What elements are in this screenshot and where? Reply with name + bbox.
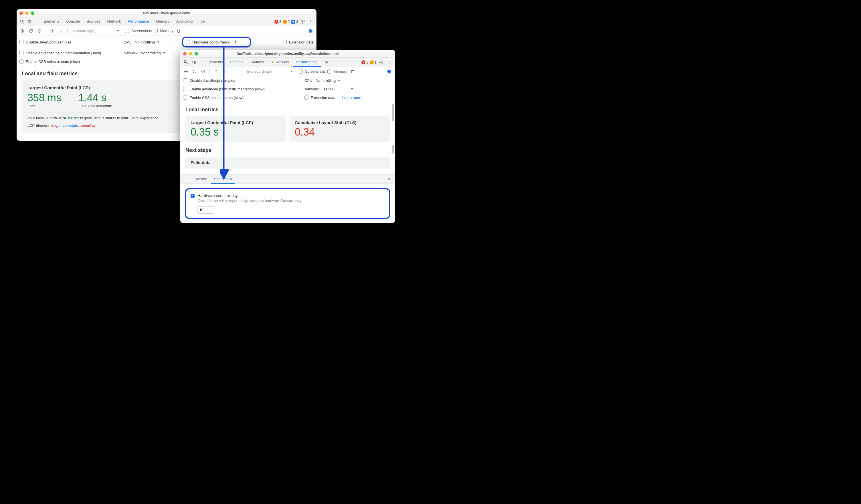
device-toggle-icon[interactable] [191,59,197,66]
svg-point-24 [186,180,186,181]
hardware-concurrency-checkbox[interactable]: Hardware concurrency [186,40,230,44]
recordings-dropdown[interactable]: (no recordings) [70,29,119,33]
field-data-heading: Field data [191,160,385,165]
svg-point-17 [389,63,390,64]
cls-card: Cumulative Layout Shift (CLS) 0.34 [290,116,390,142]
tab-network[interactable]: ▲Network [268,58,293,67]
reload-record-icon[interactable] [191,68,198,75]
hw-concurrency-checkbox[interactable] [191,194,194,198]
cpu-throttle-select[interactable]: CPU: No throttling [124,40,175,44]
sensors-hw-concurrency-highlight: Hardware concurrency Override the value … [185,188,390,219]
upload-icon[interactable] [49,27,56,34]
issue-badges[interactable]: ✕1 !1 [361,60,377,64]
record-icon[interactable] [182,68,189,75]
screenshots-checkbox[interactable]: Screenshots [299,69,326,73]
inspect-icon[interactable] [19,18,26,25]
disable-js-checkbox[interactable]: Disable JavaScript samples [19,40,117,44]
traffic-lights [183,52,198,56]
cpu-throttle-select[interactable]: CPU: No throttling [304,79,340,83]
extension-data-checkbox[interactable]: Extension data [304,96,336,100]
hardware-concurrency-input[interactable] [233,39,247,45]
tab-console[interactable]: Console [226,58,247,67]
download-icon [57,27,64,34]
kebab-menu-icon[interactable] [307,18,314,25]
scrollbar-thumb[interactable] [392,104,394,121]
warning-icon: ! [370,60,374,64]
drawer-tab-sensors[interactable]: Sensors ✕ [211,174,235,184]
tab-application[interactable]: Application [173,17,198,26]
tab-sources[interactable]: Sources [247,58,268,67]
css-stats-checkbox[interactable]: Enable CSS selector stats (slow) [183,96,298,100]
tab-sources[interactable]: Sources [83,17,104,26]
kebab-menu-icon[interactable] [182,176,189,182]
settings-gear-icon[interactable] [299,18,306,25]
svg-point-23 [186,179,186,179]
window-title: DevTools - www.google.com/ [17,11,316,15]
clear-icon[interactable] [36,27,43,34]
settings-gear-icon[interactable] [378,59,385,66]
next-steps-heading: Next steps [186,147,390,153]
close-drawer-icon[interactable]: ✕ [386,176,393,182]
traffic-lights [19,12,34,15]
screenshots-checkbox[interactable]: Screenshots [125,29,152,33]
svg-point-16 [389,62,390,62]
trash-icon[interactable] [349,68,356,75]
tab-elements[interactable]: Elements [40,17,63,26]
lcp-title: Largest Contentful Paint (LCP) [191,120,281,125]
svg-point-15 [389,61,390,61]
cls-value: 0.34 [295,126,385,138]
memory-checkbox[interactable]: Memory [154,29,174,33]
scrollbar-thumb[interactable] [392,145,394,154]
memory-checkbox[interactable]: Memory [327,69,347,73]
inspect-icon[interactable] [182,59,189,66]
css-stats-checkbox[interactable]: Enable CSS selector stats (slow) [19,59,80,64]
record-icon[interactable] [19,27,26,34]
tab-console[interactable]: Console [63,17,83,26]
hardware-concurrency-highlight: Hardware concurrency [182,37,251,47]
maximize-window-icon[interactable] [31,12,34,15]
svg-point-22 [186,177,186,178]
network-throttle-select[interactable]: Network: Fast 4G [304,87,353,91]
lcp-card: Largest Contentful Paint (LCP) 0.35 s [186,116,286,142]
performance-toolbar: (no recordings) Screenshots Memory [17,26,316,36]
more-tabs-icon[interactable]: ≫ [198,17,208,26]
minimize-window-icon[interactable] [189,52,192,56]
close-window-icon[interactable] [19,12,23,15]
upload-icon[interactable] [213,68,219,75]
reload-record-icon[interactable] [27,27,34,34]
svg-point-6 [311,23,311,23]
panel-settings-gear-icon[interactable] [386,68,393,75]
cls-title: Cumulative Layout Shift (CLS) [295,120,385,125]
tab-performance[interactable]: Performance [124,17,152,26]
learn-more-link[interactable]: Learn more [342,96,361,100]
maximize-window-icon[interactable] [194,52,198,56]
clear-icon[interactable] [200,68,207,75]
tab-network[interactable]: Network [104,17,124,26]
panel-tabs: Elements Console Sources ▲Network Perfor… [204,58,331,67]
hw-concurrency-input[interactable] [197,206,214,214]
local-metrics-heading: Local metrics [186,107,390,113]
close-window-icon[interactable] [183,52,187,56]
tab-elements[interactable]: Elements [204,58,226,67]
recordings-dropdown[interactable]: (no recordings) [247,69,293,73]
hw-concurrency-title: Hardware concurrency [197,193,385,198]
device-toggle-icon[interactable] [27,18,34,25]
main-toolbar: Elements Console Sources ▲Network Perfor… [180,58,395,67]
disable-js-checkbox[interactable]: Disable JavaScript samples [183,79,298,83]
trash-icon[interactable] [175,27,182,34]
issue-badges[interactable]: ✕2 !2 ✚3 [274,20,298,24]
devtools-window-2: DevTools - emscripten-dbg-stories.netlif… [180,50,395,223]
paint-instrumentation-checkbox[interactable]: Enable advanced paint instrumentation (s… [19,51,117,55]
panel-settings-gear-icon[interactable] [307,27,314,34]
svg-rect-12 [192,61,194,63]
paint-instrumentation-checkbox[interactable]: Enable advanced paint instrumentation (s… [183,87,298,91]
kebab-menu-icon[interactable] [386,59,393,66]
more-tabs-icon[interactable]: ≫ [321,58,331,67]
network-throttle-select[interactable]: Network: No throttling [124,51,165,55]
tab-memory[interactable]: Memory [152,17,173,26]
extension-data-checkbox[interactable]: Extension data [283,40,314,44]
close-tab-icon[interactable]: ✕ [229,177,232,181]
tab-performance[interactable]: Performance [293,58,321,67]
drawer-tab-console[interactable]: Console [191,174,210,184]
minimize-window-icon[interactable] [25,12,29,15]
